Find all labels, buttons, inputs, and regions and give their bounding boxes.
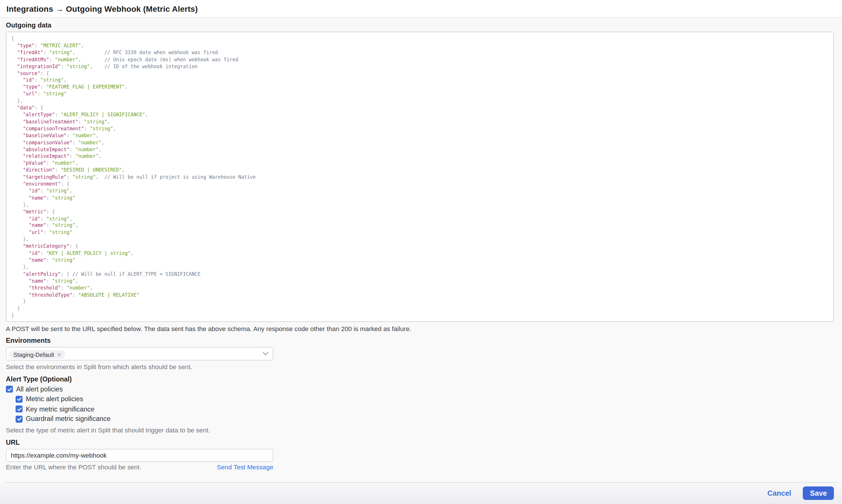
checkbox[interactable]: [16, 415, 22, 422]
check-icon: [16, 396, 22, 402]
alert-option-label: Key metric significance: [26, 405, 94, 413]
url-input[interactable]: [6, 449, 274, 462]
chevron-down-icon: [263, 352, 269, 356]
alert-type-label: Alert Type (Optional): [6, 375, 834, 383]
alert-option-guardrail-metric-significance[interactable]: Guardrail metric significance: [16, 415, 834, 422]
outgoing-schema-codeblock: { "type": "METRIC_ALERT", "firedAt": "st…: [6, 32, 834, 322]
checkbox[interactable]: [6, 386, 13, 393]
alert-option-metric-alert-policies[interactable]: Metric alert policies: [16, 395, 834, 402]
save-button[interactable]: Save: [803, 487, 834, 500]
environments-helper: Select the environments in Split from wh…: [6, 364, 834, 371]
alert-option-label: Guardrail metric significance: [26, 415, 110, 423]
checkbox[interactable]: [16, 395, 22, 402]
alert-option-label: All alert policies: [16, 385, 63, 393]
alert-type-helper: Select the type of metric alert in Split…: [6, 427, 834, 434]
outgoing-schema-code: { "type": "METRIC_ALERT", "firedAt": "st…: [11, 36, 256, 318]
post-schema-note: A POST will be sent to the URL specified…: [6, 325, 834, 332]
send-test-message-link[interactable]: Send Test Message: [217, 463, 273, 470]
alert-option-all-alert-policies[interactable]: All alert policies: [6, 386, 834, 393]
url-helper-row: Enter the URL where the POST should be s…: [6, 463, 274, 470]
check-icon: [6, 386, 12, 392]
footer-bar: Cancel Save: [0, 482, 842, 504]
cancel-button[interactable]: Cancel: [768, 489, 791, 497]
checkbox[interactable]: [16, 406, 22, 412]
remove-chip-icon[interactable]: ×: [57, 351, 61, 357]
url-helper: Enter the URL where the POST should be s…: [6, 464, 141, 470]
page-title: Integrations → Outgoing Webhook (Metric …: [6, 4, 197, 13]
webhook-settings-panel: Outgoing data { "type": "METRIC_ALERT", …: [0, 18, 842, 471]
environments-select[interactable]: Staging-Default×: [6, 347, 274, 361]
outgoing-data-label: Outgoing data: [6, 21, 834, 30]
footer-divider: [5, 482, 837, 483]
selected-environments: Staging-Default×: [10, 349, 65, 359]
page-header: Integrations → Outgoing Webhook (Metric …: [0, 0, 842, 18]
alert-option-key-metric-significance[interactable]: Key metric significance: [16, 406, 834, 412]
app-window: Integrations → Outgoing Webhook (Metric …: [0, 0, 842, 504]
url-label: URL: [6, 438, 834, 447]
check-icon: [16, 406, 22, 412]
environments-label: Environments: [6, 337, 834, 345]
alert-option-label: Metric alert policies: [26, 395, 83, 403]
alert-type-options: All alert policiesMetric alert policiesK…: [6, 386, 834, 422]
check-icon: [16, 416, 22, 421]
environment-chip[interactable]: Staging-Default×: [10, 350, 65, 359]
environment-chip-label: Staging-Default: [14, 351, 54, 357]
